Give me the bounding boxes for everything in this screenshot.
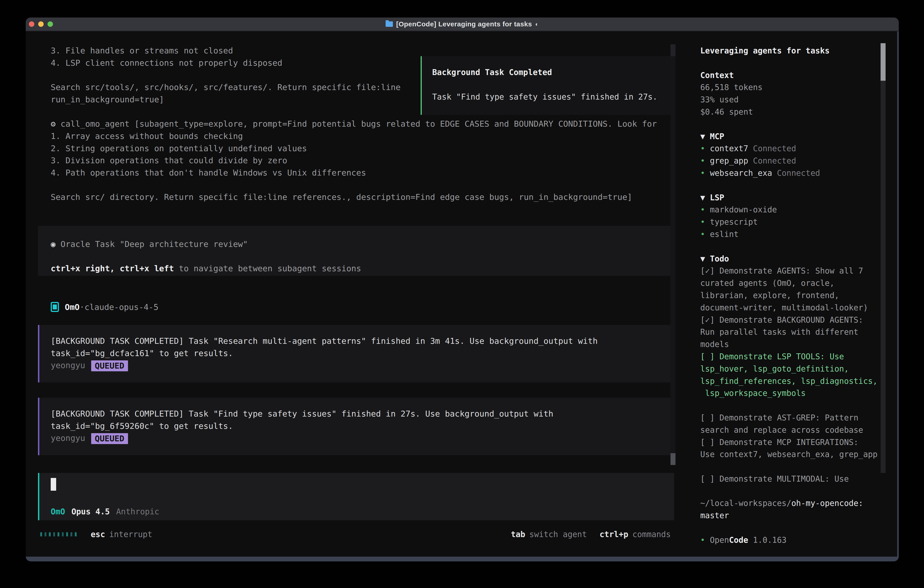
sidebar-line: ~/local-workspaces/oh-my-opencode: <box>700 497 880 510</box>
status-badge: QUEUED <box>91 360 128 371</box>
sidebar-line: librarian, explore, frontend, <box>700 289 880 302</box>
working-spinner <box>40 532 77 537</box>
sidebar-line: • eslint <box>700 228 880 241</box>
conversation-scrollbar[interactable] <box>670 45 675 465</box>
sidebar-content: Leveraging agents for tasksContext66,518… <box>700 45 880 547</box>
ctrlp-key-hint: ctrl+p <box>599 530 628 539</box>
sidebar-line: lsp_workspace_symbols <box>700 387 880 400</box>
prompt-input[interactable]: OmO Opus 4.5 Anthropic <box>38 473 674 520</box>
task-message-line: [BACKGROUND TASK COMPLETED] Task "Find t… <box>51 408 674 420</box>
terminal-line: 3. File handles or streams not closed <box>51 45 666 57</box>
spinner-dot <box>49 532 51 537</box>
spinner-dot <box>75 532 77 537</box>
terminal-line: 1. Array access without bounds checking <box>51 130 666 142</box>
sidebar-line <box>700 400 880 412</box>
agent-name: OmO <box>65 302 79 312</box>
task-message-line: task_id="bg_6f59260c" to get results. <box>51 420 674 432</box>
status-bar: esc interrupt tab switch agent ctrl+p co… <box>26 528 680 540</box>
minimize-button[interactable] <box>38 21 44 27</box>
status-left: esc interrupt <box>40 530 152 539</box>
agent-session-header: OmO · claude-opus-4-5 <box>51 301 158 313</box>
agent-icon <box>51 302 59 312</box>
sidebar-line: curated agents (OmO, oracle, <box>700 277 880 289</box>
window-title: [OpenCode] Leveraging agents for tasks <box>396 20 532 28</box>
sidebar-line <box>700 241 880 253</box>
sidebar-line: 33% used <box>700 94 880 106</box>
esc-key-label: interrupt <box>109 530 152 539</box>
session-sidebar: Leveraging agents for tasksContext66,518… <box>680 31 897 557</box>
terminal-line: 4. Path operations that don't handle Win… <box>51 167 666 179</box>
record-icon: ◉ <box>51 239 56 249</box>
spinner-dot <box>45 532 46 537</box>
sidebar-line: ▼ Todo <box>700 253 880 265</box>
task-user: yeongyu <box>51 361 85 370</box>
spinner-dot <box>66 532 68 537</box>
sidebar-line: master <box>700 510 880 522</box>
task-completed-message: [BACKGROUND TASK COMPLETED] Task "Find t… <box>38 398 674 455</box>
sidebar-scrollbar[interactable] <box>881 43 886 473</box>
esc-key-hint: esc <box>91 530 105 539</box>
sidebar-line: [ ] Demonstrate LSP TOOLS: Use <box>700 351 880 363</box>
sidebar-line: [✓] Demonstrate BACKGROUND AGENTS: <box>700 314 880 326</box>
close-button[interactable] <box>29 21 34 27</box>
scrollbar-top-segment <box>670 45 675 56</box>
task-completed-message: [BACKGROUND TASK COMPLETED] Task "Resear… <box>38 325 674 382</box>
maximize-button[interactable] <box>48 21 53 27</box>
input-model-name: Opus 4.5 <box>71 505 110 518</box>
separator-dot: · <box>79 302 84 312</box>
tab-key-label: switch agent <box>529 530 587 539</box>
sidebar-line: • grep_app Connected <box>700 155 880 167</box>
sidebar-line: document-writer, multimodal-looker) <box>700 302 880 314</box>
sidebar-line: models <box>700 339 880 351</box>
task-message-line: task_id="bg_dcfac161" to get results. <box>51 347 674 360</box>
sidebar-line: ▼ MCP <box>700 130 880 143</box>
sidebar-line <box>700 522 880 534</box>
sidebar-line: • websearch_exa Connected <box>700 167 880 179</box>
sidebar-line <box>700 179 880 192</box>
spinner-dot <box>40 532 42 537</box>
notification-title: Background Task Completed <box>432 66 672 78</box>
app-window: [OpenCode] Leveraging agents for tasks ◐… <box>26 18 899 562</box>
conversation-pane: 3. File handles or streams not closed4. … <box>26 31 680 557</box>
model-selector[interactable]: OmO Opus 4.5 Anthropic <box>51 505 159 518</box>
sidebar-line: • markdown-oxide <box>700 204 880 216</box>
sidebar-line: search and replace across codebase <box>700 424 880 436</box>
task-user: yeongyu <box>51 433 85 443</box>
terminal-line: 3. Division operations that could divide… <box>51 154 666 167</box>
shortcut-hint: to navigate between subagent sessions <box>174 264 361 273</box>
ctrlp-key-label: commands <box>632 530 671 539</box>
terminal-line: Search src/ directory. Return specific f… <box>51 191 666 203</box>
sidebar-line <box>700 57 880 69</box>
sidebar-scrollbar-thumb[interactable] <box>881 43 886 81</box>
shortcut-keys: ctrl+x right, ctrl+x left <box>51 264 174 273</box>
spinner-dot <box>62 532 64 537</box>
spinner-dot <box>71 532 72 537</box>
terminal-line: 2. String operations on potentially unde… <box>51 142 666 155</box>
text-cursor <box>51 478 56 491</box>
tab-key-hint: tab <box>511 530 525 539</box>
terminal-line: ⚙ call_omo_agent [subagent_type=explore,… <box>51 118 666 130</box>
sidebar-line: • context7 Connected <box>700 142 880 155</box>
window-body: 3. File handles or streams not closed4. … <box>26 31 897 557</box>
sidebar-line: [ ] Demonstrate MCP INTEGRATIONS: <box>700 436 880 449</box>
title-bar[interactable]: [OpenCode] Leveraging agents for tasks ◐ <box>26 18 899 31</box>
agent-model: claude-opus-4-5 <box>84 302 158 312</box>
sidebar-line: Leveraging agents for tasks <box>700 45 880 57</box>
oracle-task-panel: ◉ Oracle Task "Deep architecture review"… <box>38 226 674 276</box>
notification-body: Task "Find type safety issues" finished … <box>432 91 672 103</box>
sidebar-line: Run parallel tasks with different <box>700 326 880 339</box>
sidebar-line <box>700 461 880 473</box>
sidebar-line <box>700 485 880 497</box>
sidebar-line: ▼ LSP <box>700 192 880 204</box>
sidebar-line: $0.46 spent <box>700 106 880 118</box>
task-message-line: [BACKGROUND TASK COMPLETED] Task "Resear… <box>51 335 674 347</box>
sidebar-line: 66,518 tokens <box>700 81 880 94</box>
scrollbar-thumb[interactable] <box>670 453 675 465</box>
folder-icon <box>386 21 393 27</box>
sidebar-line: lsp_hover, lsp_goto_definition, <box>700 363 880 375</box>
sidebar-line: [ ] Demonstrate AST-GREP: Pattern <box>700 412 880 424</box>
spinner-dot <box>58 532 59 537</box>
status-badge: QUEUED <box>91 433 128 444</box>
sidebar-line: Use context7, websearch_exa, grep_app <box>700 448 880 461</box>
sidebar-line: [ ] Demonstrate MULTIMODAL: Use <box>700 473 880 485</box>
